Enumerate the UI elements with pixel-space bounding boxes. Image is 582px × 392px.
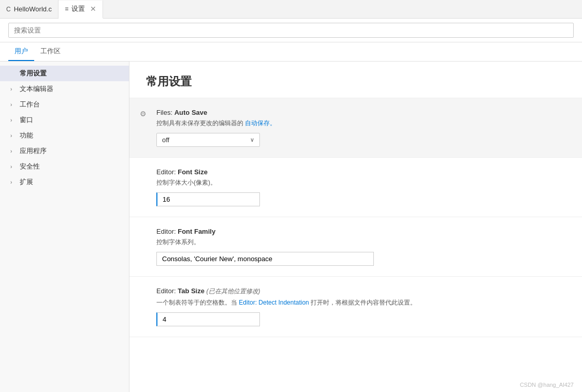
auto-save-desc-text: 控制具有未保存更改的编辑器的 [156,119,243,127]
tab-size-desc-after: 打开时，将根据文件内容替代此设置。 [311,299,416,306]
setting-auto-save: ⚙ Files: Auto Save 控制具有未保存更改的编辑器的 自动保存。 … [129,98,582,158]
sidebar-label-security: 安全性 [20,162,40,171]
scope-tab-user[interactable]: 用户 [8,42,34,61]
tab-settings[interactable]: ≡ 设置 ✕ [59,1,103,19]
chevron-icon-extensions: › [10,179,18,185]
sidebar-label-extensions: 扩展 [20,177,33,187]
sidebar-label-common: 常用设置 [20,69,47,78]
tab-size-desc-text: 一个制表符等于的空格数。当 [156,299,237,306]
sidebar-label-text-editor: 文本编辑器 [20,84,53,94]
sidebar-item-features[interactable]: › 功能 [0,128,129,143]
font-family-desc-text: 控制字体系列。 [156,238,200,246]
chevron-icon-window: › [10,117,18,123]
tab-size-desc: 一个制表符等于的空格数。当 Editor: Detect Indentation… [156,298,565,307]
chevron-icon-security: › [10,164,18,170]
auto-save-title: Files: Auto Save [156,109,565,116]
font-family-input[interactable] [156,252,374,266]
font-family-prefix: Editor: [156,228,178,235]
font-size-title: Editor: Font Size [156,168,565,176]
file-icon: C [6,6,11,13]
tab-size-modified: (已在其他位置修改) [207,288,260,295]
sidebar-item-workbench[interactable]: › 工作台 [0,97,129,112]
tab-size-title: Editor: Tab Size (已在其他位置修改) [156,287,565,296]
font-size-desc-text: 控制字体大小(像素)。 [156,179,216,186]
sidebar-item-common[interactable]: 常用设置 [0,66,129,81]
auto-save-link[interactable]: 自动保存。 [245,119,276,127]
auto-save-dropdown[interactable]: off ∨ [156,133,260,147]
content-heading: 常用设置 [129,62,582,98]
scope-tab-workspace[interactable]: 工作区 [34,42,67,61]
font-family-bold: Font Family [178,228,215,235]
sidebar-item-application[interactable]: › 应用程序 [0,143,129,159]
sidebar-item-security[interactable]: › 安全性 [0,159,129,174]
setting-font-family: Editor: Font Family 控制字体系列。 [129,217,582,277]
tab-size-bold: Tab Size [178,287,205,295]
tab-label-settings: 设置 [71,4,85,13]
font-size-desc: 控制字体大小(像素)。 [156,178,565,187]
tab-label-helloworld: HelloWorld.c [14,5,52,13]
sidebar-item-window[interactable]: › 窗口 [0,112,129,128]
settings-menu-icon: ≡ [65,5,68,12]
setting-font-size: Editor: Font Size 控制字体大小(像素)。 [129,158,582,217]
auto-save-prefix: Files: [156,109,174,116]
auto-save-bold: Auto Save [174,109,208,116]
watermark: CSDN @hang_Al427 [520,382,574,388]
settings-content: 常用设置 ⚙ Files: Auto Save 控制具有未保存更改的编辑器的 自… [129,62,582,392]
font-family-title: Editor: Font Family [156,228,565,235]
font-size-input[interactable] [156,192,260,206]
font-size-bold: Font Size [178,168,208,176]
search-input[interactable] [8,23,574,38]
dropdown-chevron-icon: ∨ [250,137,254,143]
chevron-icon-application: › [10,148,18,154]
main-layout: 常用设置 › 文本编辑器 › 工作台 › 窗口 › 功能 › 应用程序 › 安全… [0,62,582,392]
scope-tabs: 用户 工作区 [0,42,582,62]
tab-helloworld[interactable]: C HelloWorld.c [0,0,59,18]
sidebar: 常用设置 › 文本编辑器 › 工作台 › 窗口 › 功能 › 应用程序 › 安全… [0,62,129,392]
sidebar-label-window: 窗口 [20,115,33,125]
close-settings-button[interactable]: ✕ [90,5,96,13]
sidebar-item-extensions[interactable]: › 扩展 [0,174,129,190]
sidebar-label-features: 功能 [20,131,33,140]
setting-tab-size: Editor: Tab Size (已在其他位置修改) 一个制表符等于的空格数。… [129,277,582,337]
chevron-icon-text-editor: › [10,86,18,92]
tab-size-prefix: Editor: [156,287,178,295]
chevron-icon-features: › [10,133,18,139]
tab-size-input[interactable] [156,312,260,326]
auto-save-desc: 控制具有未保存更改的编辑器的 自动保存。 [156,118,565,128]
sidebar-item-text-editor[interactable]: › 文本编辑器 [0,81,129,97]
chevron-icon-workbench: › [10,102,18,108]
gear-icon-auto-save: ⚙ [140,110,147,118]
tab-bar: C HelloWorld.c ≡ 设置 ✕ [0,0,582,19]
font-size-prefix: Editor: [156,168,178,176]
detect-indentation-link[interactable]: Editor: Detect Indentation [239,299,309,306]
sidebar-label-workbench: 工作台 [20,100,40,109]
auto-save-value: off [162,136,169,144]
sidebar-label-application: 应用程序 [20,146,47,156]
search-bar [0,19,582,42]
font-family-desc: 控制字体系列。 [156,237,565,247]
